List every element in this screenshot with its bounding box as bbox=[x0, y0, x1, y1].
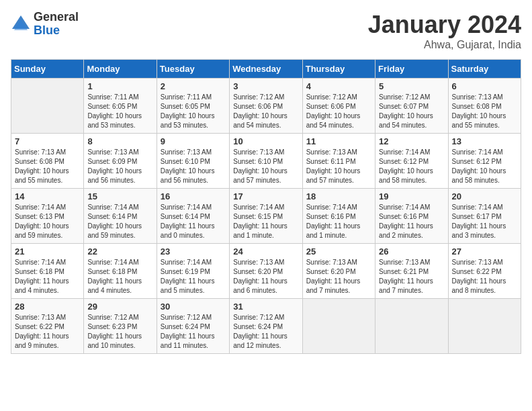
day-number: 12 bbox=[379, 136, 444, 146]
day-info: Sunrise: 7:13 AMSunset: 6:21 PMDaylight:… bbox=[379, 258, 444, 295]
day-number: 31 bbox=[233, 302, 298, 312]
day-number: 18 bbox=[306, 191, 371, 201]
calendar-table: SundayMondayTuesdayWednesdayThursdayFrid… bbox=[11, 59, 521, 354]
day-number: 5 bbox=[379, 81, 444, 91]
day-cell: 27Sunrise: 7:13 AMSunset: 6:22 PMDayligh… bbox=[448, 244, 521, 299]
column-header-thursday: Thursday bbox=[302, 60, 375, 79]
week-row-3: 14Sunrise: 7:14 AMSunset: 6:13 PMDayligh… bbox=[11, 189, 521, 244]
week-row-2: 7Sunrise: 7:13 AMSunset: 6:08 PMDaylight… bbox=[11, 134, 521, 189]
day-cell: 10Sunrise: 7:13 AMSunset: 6:10 PMDayligh… bbox=[230, 134, 302, 189]
day-cell: 6Sunrise: 7:13 AMSunset: 6:08 PMDaylight… bbox=[448, 79, 521, 134]
day-cell: 22Sunrise: 7:14 AMSunset: 6:18 PMDayligh… bbox=[84, 244, 157, 299]
day-info: Sunrise: 7:14 AMSunset: 6:16 PMDaylight:… bbox=[379, 203, 444, 240]
day-number: 17 bbox=[233, 191, 298, 201]
day-info: Sunrise: 7:11 AMSunset: 6:05 PMDaylight:… bbox=[161, 93, 226, 130]
logo: General Blue bbox=[11, 11, 79, 38]
day-info: Sunrise: 7:11 AMSunset: 6:05 PMDaylight:… bbox=[87, 93, 152, 130]
day-info: Sunrise: 7:12 AMSunset: 6:06 PMDaylight:… bbox=[233, 93, 298, 130]
day-cell: 31Sunrise: 7:12 AMSunset: 6:24 PMDayligh… bbox=[230, 299, 302, 354]
day-cell: 1Sunrise: 7:11 AMSunset: 6:05 PMDaylight… bbox=[84, 79, 157, 134]
day-cell: 11Sunrise: 7:13 AMSunset: 6:11 PMDayligh… bbox=[302, 134, 375, 189]
day-info: Sunrise: 7:14 AMSunset: 6:18 PMDaylight:… bbox=[15, 258, 80, 295]
day-cell: 20Sunrise: 7:14 AMSunset: 6:17 PMDayligh… bbox=[448, 189, 521, 244]
day-info: Sunrise: 7:13 AMSunset: 6:10 PMDaylight:… bbox=[161, 148, 226, 185]
day-info: Sunrise: 7:12 AMSunset: 6:24 PMDaylight:… bbox=[161, 313, 226, 351]
day-info: Sunrise: 7:13 AMSunset: 6:11 PMDaylight:… bbox=[306, 148, 371, 185]
day-cell bbox=[11, 79, 84, 134]
day-info: Sunrise: 7:12 AMSunset: 6:23 PMDaylight:… bbox=[87, 313, 152, 351]
day-cell: 8Sunrise: 7:13 AMSunset: 6:09 PMDaylight… bbox=[84, 134, 157, 189]
day-cell: 5Sunrise: 7:12 AMSunset: 6:07 PMDaylight… bbox=[375, 79, 448, 134]
day-info: Sunrise: 7:13 AMSunset: 6:08 PMDaylight:… bbox=[452, 93, 517, 130]
day-number: 26 bbox=[379, 246, 444, 257]
day-cell bbox=[375, 299, 448, 354]
week-row-5: 28Sunrise: 7:13 AMSunset: 6:22 PMDayligh… bbox=[11, 299, 521, 354]
day-cell: 24Sunrise: 7:13 AMSunset: 6:20 PMDayligh… bbox=[230, 244, 302, 299]
day-number: 21 bbox=[15, 246, 80, 257]
day-number: 9 bbox=[161, 136, 226, 146]
day-cell bbox=[448, 299, 521, 354]
day-info: Sunrise: 7:14 AMSunset: 6:12 PMDaylight:… bbox=[379, 148, 444, 185]
day-info: Sunrise: 7:12 AMSunset: 6:24 PMDaylight:… bbox=[233, 313, 298, 351]
day-cell: 4Sunrise: 7:12 AMSunset: 6:06 PMDaylight… bbox=[302, 79, 375, 134]
day-cell: 19Sunrise: 7:14 AMSunset: 6:16 PMDayligh… bbox=[375, 189, 448, 244]
day-number: 23 bbox=[161, 246, 226, 257]
day-number: 7 bbox=[15, 136, 80, 146]
column-header-monday: Monday bbox=[84, 60, 157, 79]
column-header-tuesday: Tuesday bbox=[157, 60, 229, 79]
day-cell: 13Sunrise: 7:14 AMSunset: 6:12 PMDayligh… bbox=[448, 134, 521, 189]
day-info: Sunrise: 7:14 AMSunset: 6:14 PMDaylight:… bbox=[87, 203, 152, 240]
day-info: Sunrise: 7:14 AMSunset: 6:14 PMDaylight:… bbox=[161, 203, 226, 240]
day-number: 27 bbox=[452, 246, 517, 257]
logo-general: General bbox=[34, 11, 79, 24]
day-info: Sunrise: 7:14 AMSunset: 6:15 PMDaylight:… bbox=[233, 203, 298, 240]
day-number: 24 bbox=[233, 246, 298, 257]
day-number: 1 bbox=[87, 81, 152, 91]
day-cell: 3Sunrise: 7:12 AMSunset: 6:06 PMDaylight… bbox=[230, 79, 302, 134]
day-info: Sunrise: 7:14 AMSunset: 6:19 PMDaylight:… bbox=[161, 258, 226, 295]
day-number: 8 bbox=[87, 136, 152, 146]
calendar-subtitle: Ahwa, Gujarat, India bbox=[368, 39, 521, 51]
day-number: 16 bbox=[161, 191, 226, 201]
day-info: Sunrise: 7:14 AMSunset: 6:17 PMDaylight:… bbox=[452, 203, 517, 240]
day-number: 14 bbox=[15, 191, 80, 201]
day-info: Sunrise: 7:13 AMSunset: 6:22 PMDaylight:… bbox=[452, 258, 517, 295]
day-number: 11 bbox=[306, 136, 371, 146]
day-number: 19 bbox=[379, 191, 444, 201]
day-number: 20 bbox=[452, 191, 517, 201]
day-cell: 18Sunrise: 7:14 AMSunset: 6:16 PMDayligh… bbox=[302, 189, 375, 244]
day-cell: 26Sunrise: 7:13 AMSunset: 6:21 PMDayligh… bbox=[375, 244, 448, 299]
logo-text: General Blue bbox=[34, 11, 79, 38]
day-info: Sunrise: 7:12 AMSunset: 6:07 PMDaylight:… bbox=[379, 93, 444, 130]
day-number: 30 bbox=[161, 302, 226, 312]
day-info: Sunrise: 7:14 AMSunset: 6:13 PMDaylight:… bbox=[15, 203, 80, 240]
week-row-1: 1Sunrise: 7:11 AMSunset: 6:05 PMDaylight… bbox=[11, 79, 521, 134]
day-info: Sunrise: 7:13 AMSunset: 6:20 PMDaylight:… bbox=[306, 258, 371, 295]
day-cell: 16Sunrise: 7:14 AMSunset: 6:14 PMDayligh… bbox=[157, 189, 229, 244]
day-info: Sunrise: 7:12 AMSunset: 6:06 PMDaylight:… bbox=[306, 93, 371, 130]
column-header-saturday: Saturday bbox=[448, 60, 521, 79]
day-cell: 9Sunrise: 7:13 AMSunset: 6:10 PMDaylight… bbox=[157, 134, 229, 189]
header-row: SundayMondayTuesdayWednesdayThursdayFrid… bbox=[11, 60, 521, 79]
day-cell: 23Sunrise: 7:14 AMSunset: 6:19 PMDayligh… bbox=[157, 244, 229, 299]
day-info: Sunrise: 7:14 AMSunset: 6:16 PMDaylight:… bbox=[306, 203, 371, 240]
day-number: 22 bbox=[87, 246, 152, 257]
day-info: Sunrise: 7:13 AMSunset: 6:22 PMDaylight:… bbox=[15, 313, 80, 351]
day-cell: 29Sunrise: 7:12 AMSunset: 6:23 PMDayligh… bbox=[84, 299, 157, 354]
day-number: 2 bbox=[161, 81, 226, 91]
day-cell: 14Sunrise: 7:14 AMSunset: 6:13 PMDayligh… bbox=[11, 189, 84, 244]
day-cell: 7Sunrise: 7:13 AMSunset: 6:08 PMDaylight… bbox=[11, 134, 84, 189]
week-row-4: 21Sunrise: 7:14 AMSunset: 6:18 PMDayligh… bbox=[11, 244, 521, 299]
day-number: 3 bbox=[233, 81, 298, 91]
day-cell: 21Sunrise: 7:14 AMSunset: 6:18 PMDayligh… bbox=[11, 244, 84, 299]
day-number: 4 bbox=[306, 81, 371, 91]
column-header-friday: Friday bbox=[375, 60, 448, 79]
logo-icon bbox=[11, 14, 31, 34]
day-info: Sunrise: 7:14 AMSunset: 6:12 PMDaylight:… bbox=[452, 148, 517, 185]
day-number: 29 bbox=[87, 302, 152, 312]
day-cell: 15Sunrise: 7:14 AMSunset: 6:14 PMDayligh… bbox=[84, 189, 157, 244]
day-cell: 2Sunrise: 7:11 AMSunset: 6:05 PMDaylight… bbox=[157, 79, 229, 134]
day-number: 15 bbox=[87, 191, 152, 201]
day-cell: 30Sunrise: 7:12 AMSunset: 6:24 PMDayligh… bbox=[157, 299, 229, 354]
day-info: Sunrise: 7:13 AMSunset: 6:20 PMDaylight:… bbox=[233, 258, 298, 295]
